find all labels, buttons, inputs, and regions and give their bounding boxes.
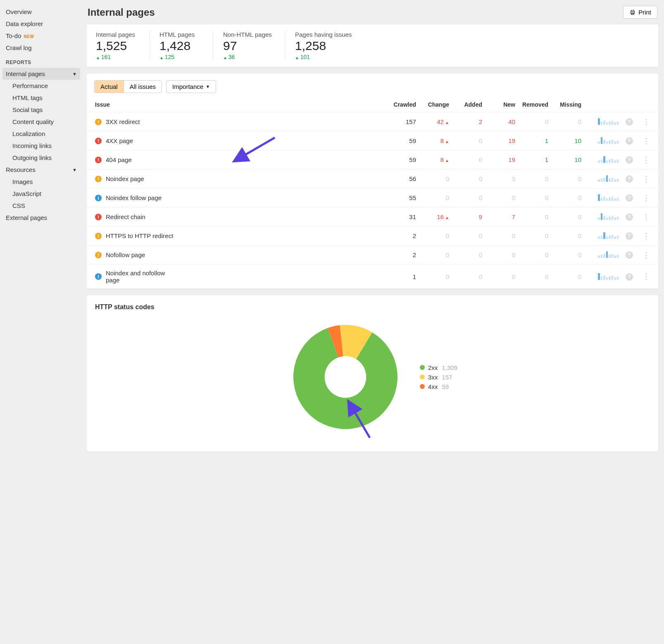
table-cell: 1 [519, 150, 552, 169]
err-icon: ! [95, 214, 102, 220]
chevron-down-icon: ▼ [72, 72, 77, 76]
stat-block: Pages having issues1,258101 [295, 31, 362, 60]
stat-delta: 101 [295, 54, 352, 60]
col-removed[interactable]: Removed [519, 97, 552, 112]
more-icon[interactable]: ⋮ [640, 272, 652, 281]
table-cell: 0 [419, 188, 452, 208]
sidebar-item-internal-pages[interactable]: Internal pages▼ [2, 68, 80, 80]
sparkline [585, 131, 622, 150]
table-row[interactable]: iNoindex and nofollow page100000?⋮ [87, 265, 658, 289]
table-cell: 0 [552, 208, 585, 227]
more-icon[interactable]: ⋮ [640, 251, 652, 259]
help-icon[interactable]: ? [626, 137, 633, 145]
sidebar-subitem-performance[interactable]: Performance [0, 80, 83, 92]
sidebar-item-crawl-log[interactable]: Crawl log [0, 42, 83, 54]
info-icon: i [95, 273, 102, 280]
sidebar-item-resources[interactable]: Resources▼ [0, 164, 83, 176]
help-icon[interactable]: ? [626, 213, 633, 221]
stat-value: 1,428 [159, 39, 203, 53]
help-icon[interactable]: ? [626, 118, 633, 126]
stat-delta: 125 [159, 54, 203, 60]
issue-cell: iNoindex and nofollow page [87, 265, 386, 289]
table-row[interactable]: iNoindex follow page5500000?⋮ [87, 188, 658, 208]
importance-dropdown[interactable]: Importance ▼ [166, 80, 216, 93]
table-row[interactable]: !HTTPS to HTTP redirect200000?⋮ [87, 227, 658, 246]
table-cell: 0 [419, 265, 452, 289]
help-icon[interactable]: ? [626, 175, 633, 183]
more-icon[interactable]: ⋮ [640, 213, 652, 221]
more-icon[interactable]: ⋮ [640, 118, 652, 126]
help-icon[interactable]: ? [626, 156, 633, 164]
sidebar-item-overview[interactable]: Overview [0, 6, 83, 18]
col-missing[interactable]: Missing [552, 97, 585, 112]
table-cell: 56 [386, 169, 419, 188]
table-cell: 0 [452, 150, 486, 169]
donut-chart[interactable] [288, 319, 403, 435]
print-button[interactable]: Print [623, 6, 657, 19]
col-added[interactable]: Added [452, 97, 486, 112]
legend-dot-icon [420, 365, 425, 370]
table-cell: 9 [452, 208, 486, 227]
issue-name: 4XX page [106, 137, 133, 144]
sparkline [585, 188, 622, 208]
chart-legend: 2xx1,3093xx1574xx59 [420, 362, 457, 393]
issue-cell: !4XX page [87, 131, 386, 150]
issue-name: Nofollow page [106, 251, 145, 258]
stat-block: Internal pages1,525161 [96, 31, 150, 60]
table-cell: 31 [386, 208, 419, 227]
table-row[interactable]: !Nofollow page200000?⋮ [87, 246, 658, 265]
more-icon[interactable]: ⋮ [640, 175, 652, 183]
col-new[interactable]: New [486, 97, 519, 112]
table-row[interactable]: !Noindex page5600000?⋮ [87, 169, 658, 188]
sidebar-item-data-explorer[interactable]: Data explorer [0, 18, 83, 30]
new-badge: NEW [24, 34, 34, 39]
sidebar-subitem-localization[interactable]: Localization [0, 128, 83, 140]
tab-actual[interactable]: Actual [95, 81, 124, 93]
table-cell: 0 [452, 169, 486, 188]
legend-item-3xx[interactable]: 3xx157 [420, 374, 457, 381]
legend-value: 1,309 [442, 364, 457, 371]
sidebar-subitem-images[interactable]: Images [0, 176, 83, 188]
help-icon[interactable]: ? [626, 273, 633, 281]
stat-label: Pages having issues [295, 31, 352, 38]
more-icon[interactable]: ⋮ [640, 137, 652, 145]
col-issue[interactable]: Issue [87, 97, 386, 112]
more-icon[interactable]: ⋮ [640, 194, 652, 202]
sidebar-subitem-javascript[interactable]: JavaScript [0, 188, 83, 200]
col-crawled[interactable]: Crawled [386, 97, 419, 112]
table-row[interactable]: !3XX redirect15742▲24000?⋮ [87, 112, 658, 131]
warn-icon: ! [95, 119, 102, 125]
chart-card: HTTP status codes 2xx1,3093xx1574xx59 [87, 295, 658, 451]
tab-all-issues[interactable]: All issues [124, 81, 162, 93]
table-cell: 0 [419, 227, 452, 246]
sidebar-subitem-social-tags[interactable]: Social tags [0, 104, 83, 116]
help-icon[interactable]: ? [626, 194, 633, 202]
stats-card: Internal pages1,525161HTML pages1,428125… [87, 24, 658, 67]
table-row[interactable]: !4XX page598▲019110?⋮ [87, 131, 658, 150]
sidebar-item-to-do[interactable]: To-doNEW [0, 30, 83, 42]
table-cell: 0 [419, 169, 452, 188]
table-cell: 157 [386, 112, 419, 131]
stat-value: 97 [223, 39, 275, 53]
legend-item-2xx[interactable]: 2xx1,309 [420, 364, 457, 371]
sidebar-subitem-incoming-links[interactable]: Incoming links [0, 140, 83, 152]
sidebar-subitem-css[interactable]: CSS [0, 200, 83, 212]
importance-label: Importance [172, 83, 203, 90]
table-cell: 0 [419, 246, 452, 265]
sidebar-subitem-content-quality[interactable]: Content quality [0, 116, 83, 128]
table-cell: 10 [552, 131, 585, 150]
issue-name: 3XX redirect [106, 118, 140, 125]
table-row[interactable]: !404 page598▲019110?⋮ [87, 150, 658, 169]
table-cell: 19 [486, 150, 519, 169]
sidebar-subitem-outgoing-links[interactable]: Outgoing links [0, 152, 83, 164]
help-icon[interactable]: ? [626, 232, 633, 240]
warn-icon: ! [95, 252, 102, 258]
more-icon[interactable]: ⋮ [640, 156, 652, 164]
col-change[interactable]: Change [419, 97, 452, 112]
help-icon[interactable]: ? [626, 251, 633, 259]
table-row[interactable]: !Redirect chain3116▲9700?⋮ [87, 208, 658, 227]
legend-item-4xx[interactable]: 4xx59 [420, 383, 457, 390]
sidebar-item-external-pages[interactable]: External pages [0, 212, 83, 224]
sidebar-subitem-html-tags[interactable]: HTML tags [0, 92, 83, 104]
more-icon[interactable]: ⋮ [640, 232, 652, 240]
